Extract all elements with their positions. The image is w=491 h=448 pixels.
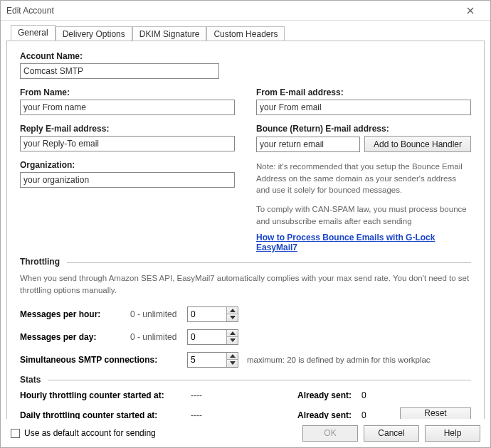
tab-page-general: Account Name: From Name: Reply E-mail ad… xyxy=(6,41,485,440)
smtp-conn-spinner[interactable] xyxy=(187,352,238,368)
reply-email-label: Reply E-mail address: xyxy=(20,124,235,134)
ok-button[interactable]: OK xyxy=(302,425,358,442)
msgs-per-day-label: Messages per day: xyxy=(20,332,130,342)
close-icon[interactable] xyxy=(456,1,485,21)
chevron-down-icon[interactable] xyxy=(227,359,238,367)
stats-section-title: Stats xyxy=(20,375,45,385)
reply-email-input[interactable] xyxy=(20,136,235,151)
default-account-label: Use as default account for sending xyxy=(24,428,156,438)
account-name-input[interactable] xyxy=(20,63,219,79)
smtp-conn-max-note: maximum: 20 is defined by admin for this… xyxy=(247,356,431,364)
divider xyxy=(48,380,471,380)
divider xyxy=(67,262,471,263)
help-button[interactable]: Help xyxy=(425,425,480,442)
chevron-down-icon[interactable] xyxy=(227,336,238,344)
hourly-counter-label: Hourly throttling counter started at: xyxy=(20,390,191,400)
bounce-help-link[interactable]: How to Process Bounce Emails with G-Lock… xyxy=(256,233,435,252)
tab-delivery-options[interactable]: Delivery Options xyxy=(56,26,132,41)
dialog-footer: Use as default account for sending OK Ca… xyxy=(1,419,490,447)
msgs-per-day-spinner[interactable] xyxy=(187,329,238,345)
hourly-counter-value: ---- xyxy=(191,390,297,400)
bounce-email-input[interactable] xyxy=(256,137,360,152)
tabstrip: General Delivery Options DKIM Signature … xyxy=(11,25,485,41)
msgs-per-day-input[interactable] xyxy=(188,330,226,344)
cancel-button[interactable]: Cancel xyxy=(364,425,419,442)
bounce-note-1: Note: it's recommended that you setup th… xyxy=(256,161,471,196)
window-title: Edit Account xyxy=(6,6,54,16)
from-email-label: From E-mail address: xyxy=(256,87,471,97)
smtp-conn-input[interactable] xyxy=(188,353,226,367)
chevron-up-icon[interactable] xyxy=(227,307,238,314)
bounce-note-2: To comply with CAN-SPAM law, you must pr… xyxy=(256,203,471,227)
chevron-up-icon[interactable] xyxy=(227,330,238,337)
chevron-down-icon[interactable] xyxy=(227,314,238,321)
tab-custom-headers[interactable]: Custom Headers xyxy=(206,26,285,41)
add-bounce-handler-button[interactable]: Add to Bounce Handler xyxy=(364,136,471,152)
organization-label: Organization: xyxy=(20,160,235,170)
hourly-already-sent: 0 xyxy=(361,390,366,400)
organization-input[interactable] xyxy=(20,172,235,188)
msgs-per-hour-label: Messages per hour: xyxy=(20,309,130,319)
already-sent-label: Already sent: xyxy=(297,390,361,400)
tab-general[interactable]: General xyxy=(11,25,56,41)
smtp-conn-label: Simultaneous SMTP connections: xyxy=(20,355,187,365)
msgs-per-day-hint: 0 - unlimited xyxy=(130,332,187,342)
tab-dkim-signature[interactable]: DKIM Signature xyxy=(132,26,207,41)
throttling-note: When you send through Amazon SES API, Ea… xyxy=(20,272,471,296)
msgs-per-hour-input[interactable] xyxy=(188,307,226,321)
default-account-checkbox[interactable] xyxy=(11,429,20,438)
chevron-up-icon[interactable] xyxy=(227,353,238,360)
msgs-per-hour-hint: 0 - unlimited xyxy=(130,309,187,319)
titlebar: Edit Account xyxy=(1,1,490,21)
from-email-input[interactable] xyxy=(256,100,471,115)
bounce-email-label: Bounce (Return) E-mail address: xyxy=(256,124,471,134)
throttling-section-title: Throttling xyxy=(20,257,64,267)
account-name-label: Account Name: xyxy=(20,51,219,61)
from-name-label: From Name: xyxy=(20,87,235,97)
msgs-per-hour-spinner[interactable] xyxy=(187,306,238,322)
from-name-input[interactable] xyxy=(20,100,235,115)
